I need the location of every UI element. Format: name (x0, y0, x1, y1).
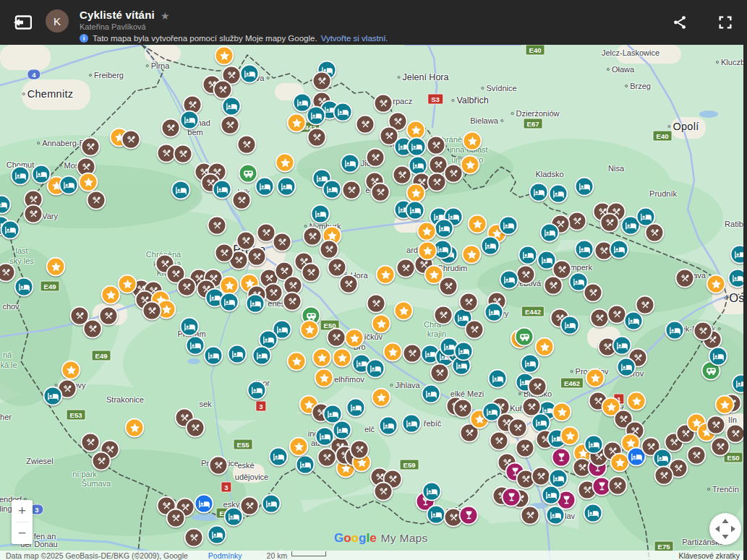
winery-marker[interactable] (459, 506, 479, 525)
restaurant-marker[interactable] (645, 223, 665, 243)
attraction-marker[interactable] (461, 155, 480, 175)
lodging-marker[interactable] (610, 240, 629, 259)
lodging-marker[interactable] (481, 236, 500, 256)
lodging-marker[interactable] (323, 180, 342, 199)
restaurant-marker[interactable] (544, 276, 563, 296)
restaurant-marker[interactable] (403, 344, 422, 363)
lodging-marker[interactable] (488, 369, 508, 389)
restaurant-marker[interactable] (459, 293, 479, 312)
terms-link[interactable]: Podmínky (208, 551, 242, 560)
share-icon[interactable] (672, 14, 688, 30)
campsite-marker[interactable] (515, 327, 534, 347)
lodging-marker[interactable] (422, 384, 441, 404)
lodging-marker[interactable] (32, 165, 51, 184)
lodging-marker[interactable] (665, 321, 685, 340)
restaurant-marker[interactable] (508, 418, 528, 438)
lodging-marker[interactable] (255, 177, 275, 197)
restaurant-marker[interactable] (374, 482, 393, 501)
attraction-marker[interactable] (627, 392, 646, 411)
attraction-marker[interactable] (372, 388, 391, 408)
restaurant-marker[interactable] (693, 322, 713, 341)
restaurant-marker[interactable] (374, 94, 393, 113)
attraction-marker[interactable] (586, 369, 605, 388)
winery-marker[interactable] (552, 448, 571, 468)
lodging-marker[interactable] (14, 277, 34, 297)
lodging-marker[interactable] (518, 246, 538, 265)
lodging-marker[interactable] (180, 111, 200, 130)
restaurant-marker[interactable] (371, 183, 390, 202)
restaurant-marker[interactable] (209, 456, 229, 475)
lodging-marker[interactable] (379, 416, 398, 436)
lodging-marker[interactable] (252, 346, 272, 366)
lodging-marker[interactable] (11, 166, 30, 186)
lodging-marker[interactable] (262, 494, 281, 514)
restaurant-marker[interactable] (177, 277, 197, 297)
zoom-in-button[interactable]: + (12, 500, 33, 522)
lodging-marker[interactable] (269, 447, 289, 467)
attraction-marker[interactable] (560, 426, 580, 446)
attraction-marker[interactable] (101, 285, 121, 305)
lodging-marker[interactable] (402, 414, 422, 434)
lodging-marker[interactable] (43, 387, 63, 406)
restaurant-marker[interactable] (237, 135, 257, 155)
attraction-marker[interactable] (287, 352, 307, 371)
restaurant-marker[interactable] (184, 528, 204, 548)
lodging-marker[interactable] (575, 240, 594, 259)
lodging-marker[interactable] (575, 177, 594, 197)
restaurant-marker[interactable] (707, 415, 726, 435)
restaurant-marker[interactable] (516, 265, 536, 285)
restaurant-marker[interactable] (367, 294, 386, 314)
lodging-marker[interactable] (584, 504, 603, 523)
attraction-marker[interactable] (289, 437, 309, 457)
restaurant-marker[interactable] (521, 506, 540, 525)
attraction-marker[interactable] (707, 275, 726, 294)
attraction-marker[interactable] (715, 395, 735, 415)
pan-control[interactable] (709, 513, 741, 545)
lodging-marker[interactable] (333, 421, 352, 440)
attraction-marker[interactable] (406, 184, 426, 203)
restaurant-marker[interactable] (186, 418, 205, 438)
restaurant-marker[interactable] (366, 148, 385, 168)
restaurant-marker[interactable] (528, 377, 547, 397)
lodging-marker[interactable] (709, 347, 728, 366)
restaurant-marker[interactable] (142, 301, 162, 321)
lodging-marker[interactable] (222, 97, 242, 116)
restaurant-marker[interactable] (81, 137, 101, 157)
winery-marker[interactable] (502, 488, 521, 507)
attraction-marker[interactable] (315, 369, 334, 388)
restaurant-marker[interactable] (393, 165, 412, 185)
attraction-marker[interactable] (287, 113, 307, 133)
lodging-marker[interactable] (346, 398, 366, 418)
fullscreen-icon[interactable] (717, 14, 733, 30)
restaurant-marker[interactable] (516, 439, 535, 458)
lodging-marker[interactable] (315, 427, 335, 447)
attraction-marker[interactable] (383, 343, 403, 362)
restaurant-marker[interactable] (396, 259, 416, 278)
lodging-marker[interactable] (366, 359, 385, 379)
lodging-marker[interactable] (341, 154, 360, 173)
restaurant-marker[interactable] (166, 509, 186, 528)
restaurant-marker[interactable] (584, 283, 603, 303)
lodging-marker[interactable] (427, 505, 446, 525)
lodging-marker[interactable] (617, 358, 636, 377)
restaurant-marker[interactable] (600, 213, 620, 233)
attraction-marker[interactable] (468, 215, 487, 234)
attraction-marker[interactable] (79, 173, 98, 192)
lodging-marker[interactable] (213, 180, 232, 199)
restaurant-marker[interactable] (608, 476, 628, 496)
lodging-marker[interactable] (584, 435, 604, 455)
create-own-map-link[interactable]: Vytvořte si vlastní. (321, 34, 388, 43)
restaurant-marker[interactable] (320, 240, 339, 259)
lodging-marker[interactable] (407, 137, 427, 157)
restaurant-marker[interactable] (568, 212, 587, 231)
restaurant-marker[interactable] (687, 446, 707, 465)
restaurant-marker[interactable] (327, 328, 346, 348)
lodging-marker[interactable] (59, 176, 79, 195)
restaurant-marker[interactable] (215, 244, 234, 263)
restaurant-marker[interactable] (283, 292, 302, 311)
restaurant-marker[interactable] (711, 437, 730, 457)
keyboard-shortcuts-link[interactable]: Klávesové zkratky (678, 551, 740, 560)
restaurant-marker[interactable] (264, 283, 283, 303)
lodging-marker[interactable] (406, 201, 425, 220)
lodging-marker[interactable] (171, 181, 191, 200)
